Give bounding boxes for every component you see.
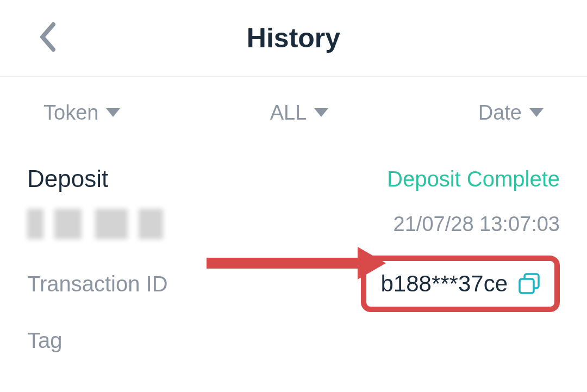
transaction-id-value: b188***37ce bbox=[380, 271, 508, 297]
chevron-left-icon bbox=[38, 21, 58, 53]
caret-down-icon bbox=[314, 108, 328, 118]
transaction-tag-label: Tag bbox=[27, 328, 63, 353]
caret-down-icon bbox=[106, 108, 120, 118]
filter-token[interactable]: Token bbox=[43, 101, 120, 125]
copy-icon bbox=[519, 273, 540, 295]
back-button[interactable] bbox=[38, 21, 58, 55]
transaction-header-row: Deposit Deposit Complete bbox=[27, 165, 560, 192]
transaction-tag-row: Tag bbox=[27, 328, 560, 353]
filter-date[interactable]: Date bbox=[478, 101, 544, 125]
filter-all[interactable]: ALL bbox=[270, 101, 329, 125]
filter-all-label: ALL bbox=[270, 101, 307, 125]
header: History bbox=[0, 0, 587, 76]
filter-token-label: Token bbox=[43, 101, 98, 125]
transaction-amount-row: 21/07/28 13:07:03 bbox=[27, 209, 560, 239]
page-title: History bbox=[33, 22, 554, 54]
copy-button[interactable] bbox=[519, 273, 540, 295]
transaction-type: Deposit bbox=[27, 165, 108, 192]
transaction-timestamp: 21/07/28 13:07:03 bbox=[394, 213, 560, 236]
transaction-list: Deposit Deposit Complete 21/07/28 13:07:… bbox=[0, 149, 587, 353]
svg-rect-1 bbox=[520, 279, 534, 293]
transaction-id-highlight: b188***37ce bbox=[361, 256, 560, 312]
caret-down-icon bbox=[529, 108, 544, 118]
transaction-id-label: Transaction ID bbox=[27, 272, 168, 296]
transaction-id-row: Transaction ID b188***37ce bbox=[27, 256, 560, 312]
filter-bar: Token ALL Date bbox=[0, 77, 587, 149]
redacted-amount bbox=[27, 209, 163, 239]
filter-date-label: Date bbox=[478, 101, 522, 125]
status-badge: Deposit Complete bbox=[387, 167, 560, 191]
